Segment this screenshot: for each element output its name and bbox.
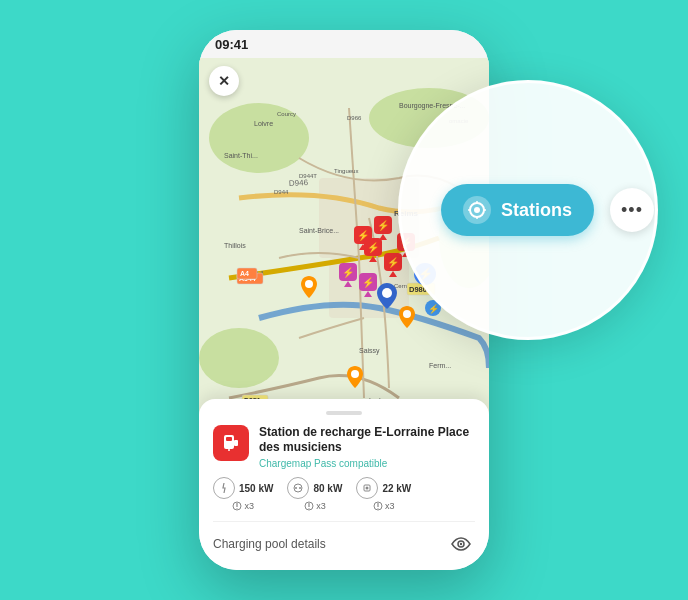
- station-header: Station de recharge E-Lorraine Place des…: [213, 425, 475, 469]
- svg-text:Thillois: Thillois: [224, 242, 246, 249]
- charger-row: 150 kW x3 80 kW: [213, 477, 475, 511]
- drag-handle: [326, 411, 362, 415]
- charger-icon-150: [213, 477, 235, 499]
- svg-point-82: [366, 487, 369, 490]
- svg-text:Saissy: Saissy: [359, 347, 380, 355]
- more-button[interactable]: •••: [610, 188, 654, 232]
- stations-icon: [463, 196, 491, 224]
- close-button[interactable]: ✕: [209, 66, 239, 96]
- charger-icon-22: [356, 477, 378, 499]
- station-info: Station de recharge E-Lorraine Place des…: [259, 425, 475, 469]
- svg-point-86: [460, 543, 462, 545]
- more-icon: •••: [621, 200, 643, 221]
- svg-point-84: [378, 508, 379, 509]
- svg-text:A4: A4: [240, 270, 249, 277]
- svg-point-75: [237, 508, 238, 509]
- stations-label: Stations: [501, 200, 572, 221]
- svg-text:Saint-Brice...: Saint-Brice...: [299, 227, 339, 234]
- svg-point-88: [474, 207, 480, 213]
- details-label: Charging pool details: [213, 537, 326, 551]
- charger-power-80: 80 kW: [313, 483, 342, 494]
- charger-item-22: 22 kW x3: [356, 477, 411, 511]
- svg-text:Ferm...: Ferm...: [429, 362, 451, 369]
- svg-text:D946: D946: [289, 178, 309, 188]
- status-bar: 09:41: [199, 30, 489, 58]
- svg-point-80: [309, 508, 310, 509]
- svg-text:Loivre: Loivre: [254, 120, 273, 127]
- charger-count-150: x3: [232, 501, 254, 511]
- zoom-overlay: Stations •••: [398, 80, 658, 340]
- svg-point-78: [299, 487, 301, 489]
- svg-point-77: [295, 487, 297, 489]
- svg-rect-72: [226, 437, 232, 441]
- svg-text:Courcy: Courcy: [277, 111, 296, 117]
- charger-item-150: 150 kW x3: [213, 477, 273, 511]
- charger-power-150: 150 kW: [239, 483, 273, 494]
- close-icon: ✕: [218, 73, 230, 89]
- charger-count-22: x3: [373, 501, 395, 511]
- station-pass: Chargemap Pass compatible: [259, 458, 475, 469]
- time: 09:41: [215, 37, 248, 52]
- charger-icon-80: [287, 477, 309, 499]
- charger-count-80: x3: [304, 501, 326, 511]
- details-row: Charging pool details: [213, 521, 475, 558]
- charger-power-22: 22 kW: [382, 483, 411, 494]
- station-name: Station de recharge E-Lorraine Place des…: [259, 425, 475, 456]
- charger-item-80: 80 kW x3: [287, 477, 342, 511]
- svg-text:D944T: D944T: [299, 173, 317, 179]
- svg-text:D944: D944: [274, 189, 289, 195]
- svg-rect-73: [234, 440, 238, 446]
- bottom-card: Station de recharge E-Lorraine Place des…: [199, 399, 489, 570]
- station-icon: [213, 425, 249, 461]
- svg-point-4: [199, 328, 279, 388]
- eye-button[interactable]: [447, 530, 475, 558]
- svg-text:Tingueux: Tingueux: [334, 168, 358, 174]
- svg-text:D966: D966: [347, 115, 362, 121]
- svg-text:Saint-Thi...: Saint-Thi...: [224, 152, 258, 159]
- stations-button[interactable]: Stations: [441, 184, 594, 236]
